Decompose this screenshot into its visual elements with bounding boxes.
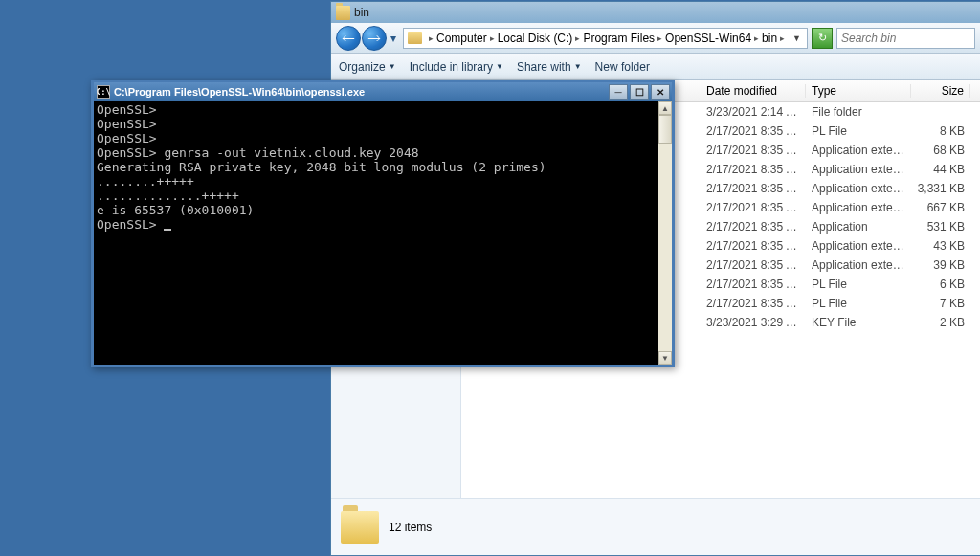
console-window: C:\ C:\Program Files\OpenSSL-Win64\bin\o… — [91, 80, 675, 367]
breadcrumb-dropdown[interactable]: ▼ — [792, 33, 801, 43]
cell-type: Application extension — [806, 239, 911, 253]
cell-date: 2/17/2021 8:35 AM — [701, 297, 806, 310]
cell-type: Application extension — [806, 144, 911, 157]
console-titlebar[interactable]: C:\ C:\Program Files\OpenSSL-Win64\bin\o… — [94, 82, 672, 101]
cell-date: 2/17/2021 8:35 AM — [701, 201, 806, 214]
cell-date: 2/17/2021 8:35 AM — [701, 163, 806, 176]
new-folder-button[interactable]: New folder — [595, 60, 650, 74]
include-library-menu[interactable]: Include in library▼ — [410, 60, 503, 74]
cell-type: Application extension — [806, 163, 911, 176]
organize-menu[interactable]: Organize▼ — [339, 60, 396, 74]
nav-history-dropdown[interactable]: ▾ — [388, 28, 399, 49]
breadcrumb-item[interactable]: Program Files — [583, 32, 655, 45]
cell-size: 667 KB — [911, 201, 970, 214]
explorer-titlebar[interactable]: bin — [331, 2, 980, 23]
col-type[interactable]: Type — [806, 84, 911, 98]
cell-size: 8 KB — [911, 124, 970, 138]
folder-icon — [408, 32, 422, 44]
cell-type: Application extension — [806, 201, 911, 214]
breadcrumb-item[interactable]: Computer — [436, 32, 487, 45]
forward-button[interactable]: 🡒 — [362, 26, 387, 51]
minimize-button[interactable]: ─ — [609, 84, 628, 100]
breadcrumb[interactable]: ▸ Computer ▸ Local Disk (C:) ▸ Program F… — [403, 28, 808, 49]
console-title: C:\Program Files\OpenSSL-Win64\bin\opens… — [114, 86, 609, 98]
cell-type: KEY File — [806, 316, 911, 329]
cell-size: 7 KB — [911, 297, 970, 310]
cell-date: 2/17/2021 8:35 AM — [701, 144, 806, 157]
folder-icon — [336, 6, 350, 20]
col-date-modified[interactable]: Date modified — [701, 84, 806, 98]
explorer-navbar: 🡐 🡒 ▾ ▸ Computer ▸ Local Disk (C:) ▸ Pro… — [331, 23, 980, 54]
cell-date: 2/17/2021 8:35 AM — [701, 278, 806, 291]
cell-date: 2/17/2021 8:35 AM — [701, 239, 806, 253]
scroll-down-button[interactable]: ▼ — [658, 351, 672, 365]
console-output[interactable]: OpenSSL> OpenSSL> OpenSSL> OpenSSL> genr… — [94, 101, 658, 365]
refresh-button[interactable]: ↻ — [812, 28, 833, 49]
cell-size: 39 KB — [911, 258, 970, 272]
close-button[interactable]: ✕ — [651, 84, 670, 100]
scroll-up-button[interactable]: ▲ — [658, 101, 672, 115]
cell-date: 3/23/2021 2:14 AM — [701, 105, 806, 119]
explorer-title: bin — [354, 6, 369, 19]
search-input[interactable] — [836, 28, 975, 49]
back-button[interactable]: 🡐 — [336, 26, 361, 51]
cmd-icon: C:\ — [97, 85, 110, 99]
explorer-toolbar: Organize▼ Include in library▼ Share with… — [331, 54, 980, 80]
cell-size: 531 KB — [911, 220, 970, 234]
cell-date: 2/17/2021 8:35 AM — [701, 258, 806, 272]
share-with-menu[interactable]: Share with▼ — [517, 60, 582, 74]
scroll-track[interactable] — [658, 115, 672, 351]
breadcrumb-item[interactable]: OpenSSL-Win64 — [665, 32, 751, 45]
cell-date: 2/17/2021 8:35 AM — [701, 182, 806, 195]
cell-size: 2 KB — [911, 316, 970, 329]
cell-type: PL File — [806, 124, 911, 138]
cell-type: PL File — [806, 278, 911, 291]
scroll-thumb[interactable] — [658, 115, 672, 144]
status-bar: 12 items — [331, 498, 980, 555]
breadcrumb-item[interactable]: Local Disk (C:) — [498, 32, 573, 45]
cell-size: 43 KB — [911, 239, 970, 253]
cell-size: 68 KB — [911, 144, 970, 157]
cell-date: 2/17/2021 8:35 AM — [701, 220, 806, 234]
cell-type: Application — [806, 220, 911, 234]
cell-type: PL File — [806, 297, 911, 310]
cell-date: 3/23/2021 3:29 AM — [701, 316, 806, 329]
cell-size: 44 KB — [911, 163, 970, 176]
col-size[interactable]: Size — [911, 84, 970, 98]
maximize-button[interactable]: ☐ — [630, 84, 649, 100]
cell-size: 6 KB — [911, 278, 970, 291]
cell-type: Application extension — [806, 258, 911, 272]
cell-type: Application extension — [806, 182, 911, 195]
folder-icon — [341, 511, 379, 544]
breadcrumb-item[interactable]: bin — [762, 32, 777, 45]
cell-date: 2/17/2021 8:35 AM — [701, 124, 806, 138]
cell-size: 3,331 KB — [911, 182, 970, 195]
cell-type: File folder — [806, 105, 911, 119]
status-text: 12 items — [389, 521, 432, 534]
console-scrollbar[interactable]: ▲ ▼ — [658, 101, 672, 365]
